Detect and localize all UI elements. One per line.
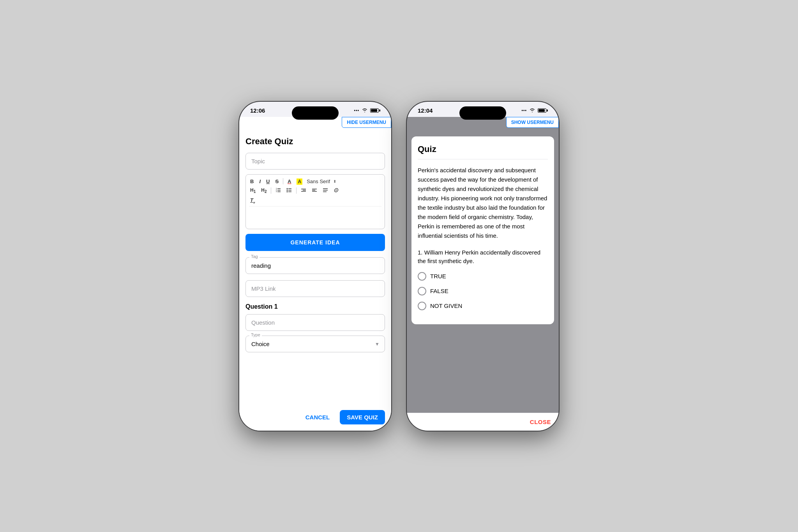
create-quiz-form: Create Quiz B I U S A A Sans Serif ⬍: [239, 117, 391, 394]
type-field-wrapper: Type Choice ▼: [245, 336, 385, 352]
radio-false: [418, 287, 426, 295]
toolbar-row-1: B I U S A A Sans Serif ⬍: [249, 178, 381, 185]
dots-icon: •••: [354, 108, 359, 113]
italic-button[interactable]: I: [258, 178, 262, 185]
font-dropdown-arrow: ⬍: [333, 179, 336, 184]
tag-input[interactable]: [245, 257, 385, 274]
time-display-2: 12:04: [418, 107, 433, 114]
quiz-passage: Perkin's accidental discovery and subseq…: [418, 166, 548, 240]
svg-point-9: [287, 188, 288, 189]
editor-content-area[interactable]: [249, 206, 381, 226]
font-name-label: Sans Serif: [307, 179, 330, 184]
rich-text-editor: B I U S A A Sans Serif ⬍ H1 H2: [245, 174, 385, 230]
h2-button[interactable]: H2: [260, 187, 268, 194]
dots-icon-2: •••: [521, 108, 527, 113]
screen-quiz-view: SHOW USERMENU Quiz Perkin's accidental d…: [407, 117, 559, 431]
tag-label: Tag: [249, 254, 260, 259]
quiz-title: Quiz: [418, 144, 548, 159]
close-button[interactable]: CLOSE: [530, 419, 551, 425]
toolbar-divider-3: [296, 187, 297, 194]
underline-button[interactable]: U: [265, 178, 271, 185]
font-color-button[interactable]: A: [286, 178, 292, 185]
indent-left-button[interactable]: [300, 187, 307, 195]
wifi-icon-2: [529, 107, 535, 114]
radio-not-given: [418, 302, 426, 310]
screen-create-quiz: HIDE USERMENU Create Quiz B I U S A A: [239, 117, 391, 431]
question-input[interactable]: [245, 314, 385, 331]
cancel-button[interactable]: CANCEL: [300, 410, 335, 424]
battery-icon: [370, 108, 380, 113]
generate-idea-button[interactable]: GENERATE IDEA: [245, 234, 385, 251]
type-select[interactable]: Choice: [245, 336, 385, 352]
svg-text:3: 3: [276, 191, 277, 193]
show-usermenu-button[interactable]: SHOW USERMENU: [506, 117, 559, 128]
action-buttons-bar: CANCEL SAVE QUIZ: [239, 404, 391, 431]
answer-label-false: FALSE: [430, 288, 448, 294]
link-button[interactable]: [332, 187, 340, 195]
time-display: 12:06: [250, 107, 265, 114]
indent-right-button[interactable]: [311, 187, 318, 195]
phone-quiz-view: 12:04 ••• SHOW USERMENU Quiz Perkin's ac…: [407, 102, 559, 431]
answer-option-false[interactable]: FALSE: [418, 287, 548, 295]
h1-button[interactable]: H1: [249, 187, 257, 194]
answer-label-not-given: NOT GIVEN: [430, 302, 462, 309]
phone-create-quiz: 12:06 ••• HIDE USERMENU Create Quiz: [239, 102, 391, 431]
wifi-icon: [362, 107, 368, 114]
toolbar-row-3: Tx: [249, 196, 381, 205]
svg-point-10: [287, 189, 288, 191]
bg-color-label: A: [297, 179, 302, 185]
answer-option-true[interactable]: TRUE: [418, 272, 548, 281]
ordered-list-button[interactable]: 123: [274, 187, 282, 195]
align-button[interactable]: [321, 187, 329, 195]
strikethrough-button[interactable]: S: [274, 178, 280, 185]
quiz-footer: CLOSE: [407, 413, 559, 431]
radio-true: [418, 272, 426, 281]
toolbar-divider-2: [271, 187, 271, 194]
answer-option-not-given[interactable]: NOT GIVEN: [418, 302, 548, 310]
svg-point-11: [287, 191, 288, 192]
type-select-wrapper: Choice ▼: [245, 336, 385, 352]
question-text: 1. William Henry Perkin accidentally dis…: [418, 248, 548, 266]
bg-color-button[interactable]: A: [295, 178, 304, 185]
hide-usermenu-button[interactable]: HIDE USERMENU: [342, 117, 391, 128]
battery-icon-2: [538, 108, 548, 113]
quiz-card: Quiz Perkin's accidental discovery and s…: [411, 136, 554, 324]
page-title: Create Quiz: [245, 136, 385, 147]
tag-field-wrapper: Tag: [245, 257, 385, 274]
mp3-link-input[interactable]: [245, 280, 385, 297]
bold-button[interactable]: B: [249, 178, 255, 185]
dynamic-island: [292, 106, 339, 120]
type-label: Type: [249, 332, 262, 337]
answer-label-true: TRUE: [430, 273, 446, 279]
unordered-list-button[interactable]: [285, 187, 293, 195]
clear-format-button[interactable]: Tx: [249, 196, 256, 205]
toolbar-row-2: H1 H2 123: [249, 187, 381, 195]
toolbar-divider-1: [283, 178, 283, 184]
dynamic-island-2: [459, 106, 506, 120]
save-quiz-button[interactable]: SAVE QUIZ: [340, 410, 385, 424]
question-label: Question 1: [245, 303, 385, 310]
topic-input[interactable]: [245, 153, 385, 170]
